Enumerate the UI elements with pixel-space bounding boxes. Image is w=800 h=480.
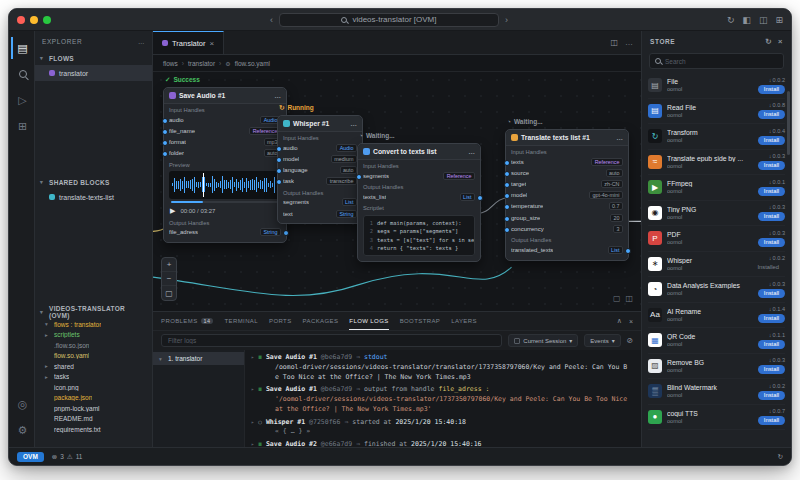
panel-tab[interactable]: PACKAGES <box>303 312 339 330</box>
layout-panel-icon[interactable]: ◫ <box>759 15 768 25</box>
input-handle-row[interactable]: model medium <box>278 153 362 164</box>
expand-icon[interactable]: ▸ <box>251 418 254 426</box>
input-handle-row[interactable]: audio Audio <box>278 142 362 153</box>
input-handle-row[interactable]: source auto <box>506 167 628 178</box>
install-button[interactable]: Install <box>758 187 785 196</box>
node-convert-to-texts-list[interactable]: ◔ Waiting... Convert to texts list … Inp… <box>357 130 481 262</box>
expand-icon[interactable]: ▸ <box>251 385 254 393</box>
tree-item[interactable]: flow.so.yaml <box>35 351 152 362</box>
flow-item-translator[interactable]: translator <box>35 65 152 81</box>
history-forward-icon[interactable]: › <box>505 15 508 25</box>
tree-item[interactable]: .flow.so.json <box>35 340 152 351</box>
section-shared-blocks[interactable]: ▾ SHARED BLOCKS <box>35 175 152 189</box>
more-actions-icon[interactable]: … <box>138 38 145 45</box>
store-item[interactable]: ↻ Transform oomol ↓ 0.0.4 Install <box>648 124 785 150</box>
log-entry[interactable]: ▸ ≡ Save Audio #2 @e66a7d9 ⇒ finished at… <box>251 439 635 447</box>
node-header[interactable]: Translate texts list #1 … <box>506 130 628 146</box>
panel-tab[interactable]: FLOW LOGS <box>349 312 388 330</box>
node-whisper-1[interactable]: ↻ Running Whisper #1 … Input Handles <box>277 102 363 224</box>
install-button[interactable]: Install <box>758 365 785 374</box>
sync-status[interactable]: ↻ <box>778 453 783 461</box>
install-button[interactable]: Installed <box>751 263 785 272</box>
install-button[interactable]: Install <box>758 416 785 425</box>
store-item[interactable]: ≈ Translate epub side by ... oomol ↓ 0.0… <box>648 150 785 176</box>
install-button[interactable]: Install <box>758 391 785 400</box>
tree-item[interactable]: README.md <box>35 414 152 425</box>
input-handle-row[interactable]: segments Reference <box>358 170 480 181</box>
zoom-out-button[interactable]: − <box>162 272 176 286</box>
zoom-window-button[interactable] <box>43 16 51 24</box>
input-handle-row[interactable]: language auto <box>278 164 362 175</box>
activity-explorer[interactable]: ▤ <box>11 37 33 59</box>
flow-canvas[interactable]: ✓ Success Save Audio #1 … Input Handles <box>153 72 641 311</box>
install-button[interactable]: Install <box>758 340 785 349</box>
section-project[interactable]: ▾ VIDEOS-TRANSLATOR (OVM) <box>35 305 152 319</box>
tree-item[interactable]: ▸ tasks <box>35 372 152 383</box>
log-entry[interactable]: ▸ ≡ Save Audio #1 @be6a7d9 ⇒ output from… <box>251 384 635 414</box>
minimize-window-button[interactable] <box>30 16 38 24</box>
expand-icon[interactable]: ▸ <box>251 353 254 361</box>
input-handle-row[interactable]: audio Audio <box>164 114 286 125</box>
tree-item[interactable]: ▸ shared <box>35 361 152 372</box>
command-center[interactable]: videos-translator [OVM] <box>279 13 499 27</box>
node-translate-texts-list-1[interactable]: ◔ Waiting... Translate texts list #1 … I… <box>505 116 629 261</box>
store-item[interactable]: P PDF oomol ↓ 0.0.3 Install <box>648 226 785 252</box>
panel-tab[interactable]: PROBLEMS 14 <box>161 312 213 330</box>
output-handle-row[interactable]: segments List <box>278 197 362 208</box>
activity-account[interactable]: ◎ <box>11 393 33 415</box>
log-entry[interactable]: ▸ ○ Whisper #1 @7250f66 ⇒ started at 202… <box>251 417 635 438</box>
output-handle-row[interactable]: texts_list List <box>358 191 480 202</box>
panel-tab[interactable]: LAYERS <box>451 312 477 330</box>
activity-search[interactable] <box>11 63 33 85</box>
store-item[interactable]: ◔ Data Analysis Examples oomol ↓ 0.0.3 I… <box>648 277 785 303</box>
close-tab-icon[interactable]: × <box>209 39 214 48</box>
close-panel-icon[interactable]: × <box>629 318 633 325</box>
update-icon[interactable]: ↻ <box>727 15 735 25</box>
history-back-icon[interactable]: ‹ <box>270 15 273 25</box>
node-header[interactable]: Convert to texts list … <box>358 144 480 160</box>
tree-item[interactable]: icon.png <box>35 382 152 393</box>
store-item[interactable]: ▒ Blind Watermark oomol ↓ 0.0.2 Install <box>648 379 785 405</box>
fullscreen-icon[interactable]: ◫ <box>625 294 633 303</box>
install-button[interactable]: Install <box>758 314 785 323</box>
store-item[interactable]: ▤ File oomol ↓ 0.0.2 Install <box>648 73 785 99</box>
install-button[interactable]: Install <box>758 238 785 247</box>
store-item[interactable]: ▤ Read File oomol ↓ 0.0.8 Install <box>648 99 785 125</box>
input-handle-row[interactable]: temperature 0.7 <box>506 201 628 212</box>
store-search-input[interactable] <box>665 58 778 65</box>
install-button[interactable]: Install <box>758 161 785 170</box>
node-menu-icon[interactable]: … <box>616 134 623 141</box>
breadcrumb-translator[interactable]: translator <box>188 60 215 67</box>
node-menu-icon[interactable]: … <box>274 92 281 99</box>
input-handle-row[interactable]: texts Reference <box>506 156 628 167</box>
panel-tab[interactable]: BOOTSTRAP <box>400 312 441 330</box>
input-handle-row[interactable]: target zh-CN <box>506 178 628 189</box>
shared-block-item[interactable]: translate-texts-list <box>35 189 152 205</box>
panel-tab[interactable]: TERMINAL <box>224 312 258 330</box>
seek-bar[interactable] <box>171 201 279 203</box>
close-window-button[interactable] <box>17 16 25 24</box>
more-actions-icon[interactable]: … <box>625 38 633 47</box>
store-search[interactable] <box>649 53 784 69</box>
scrollbar[interactable] <box>787 91 790 155</box>
play-button[interactable]: ▶ <box>170 207 175 215</box>
input-handle-row[interactable]: model gpt-4o-mini <box>506 190 628 201</box>
zoom-in-button[interactable]: + <box>162 258 176 272</box>
zoom-fit-button[interactable]: ▢ <box>162 286 176 300</box>
node-header[interactable]: Save Audio #1 … <box>164 88 286 104</box>
tree-item[interactable]: package.json <box>35 393 152 404</box>
input-handle-row[interactable]: format mp3 <box>164 136 286 147</box>
filter-logs-input[interactable] <box>161 334 502 347</box>
ovm-badge[interactable]: OVM <box>17 452 44 462</box>
install-button[interactable]: Install <box>758 212 785 221</box>
minimap-toggle-icon[interactable]: ▢ <box>613 294 621 303</box>
store-item[interactable]: ∗ Whisper oomol ↓ 0.0.2 Installed <box>648 252 785 278</box>
expand-icon[interactable]: ▸ <box>251 440 254 447</box>
scriptlet-code[interactable]: 1 def main(params, context): 2 segs = pa… <box>363 215 475 255</box>
activity-store[interactable]: ⊞ <box>11 115 33 137</box>
store-list[interactable]: ▤ File oomol ↓ 0.0.2 Install ▤ <box>642 73 791 447</box>
install-button[interactable]: Install <box>758 136 785 145</box>
log-list[interactable]: ▸ ≡ Save Audio #1 @be6a7d9 ⇒ stdout /oom… <box>245 350 641 447</box>
log-tree-translator[interactable]: ▾ 1. translator <box>153 352 244 365</box>
output-handle-row[interactable]: file_adress String <box>164 227 286 238</box>
